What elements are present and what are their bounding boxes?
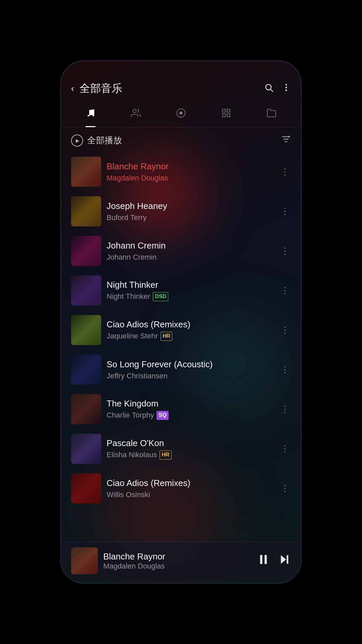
song-title: Blanche Raynor [107, 161, 274, 172]
song-artist: Willis Osinski [107, 490, 274, 499]
song-artist: Charlie Torphy SQ [107, 411, 274, 420]
song-artist: Magdalen Douglas [107, 174, 274, 182]
song-artwork [71, 473, 101, 503]
more-options-button[interactable]: ⋮ [279, 282, 291, 299]
song-title: So Long Forever (Acoustic) [107, 359, 274, 370]
svg-point-3 [286, 87, 287, 88]
song-title: The Kingdom [107, 398, 274, 409]
quality-badge: HR [161, 332, 172, 340]
song-artwork [71, 157, 101, 187]
now-playing-artist: Magdalen Douglas [103, 562, 251, 571]
svg-rect-9 [223, 109, 226, 112]
list-item[interactable]: Blanche Raynor Magdalen Douglas ⋮ [61, 152, 301, 192]
song-artist: Elisha Nikolaus HR [107, 450, 274, 459]
svg-rect-12 [227, 114, 230, 117]
more-options-button[interactable]: ⋮ [279, 203, 291, 220]
tab-artists[interactable] [124, 105, 147, 123]
song-info: So Long Forever (Acoustic) Jeffry Christ… [107, 359, 274, 380]
song-artwork [71, 275, 101, 306]
tab-songs[interactable] [79, 105, 102, 123]
more-options-button[interactable]: ⋮ [279, 480, 291, 497]
header: ‹ 全部音乐 [61, 78, 301, 103]
song-title: Ciao Adios (Remixes) [107, 478, 274, 488]
list-item[interactable]: Joseph Heaney Buford Terry ⋮ [61, 192, 301, 231]
now-playing-artwork [71, 547, 98, 574]
music-note-icon [85, 108, 96, 120]
song-artist: Jeffry Christiansen [107, 372, 274, 380]
song-artwork [71, 355, 101, 385]
status-bar [61, 61, 301, 78]
song-info: The Kingdom Charlie Torphy SQ [107, 398, 274, 420]
song-info: Blanche Raynor Magdalen Douglas [107, 161, 274, 182]
song-info: Ciao Adios (Remixes) Willis Osinski [107, 478, 274, 499]
svg-line-1 [270, 89, 273, 91]
now-playing-bar[interactable]: Blanche Raynor Magdalen Douglas [61, 542, 301, 580]
svg-rect-17 [264, 555, 267, 564]
back-button[interactable]: ‹ [71, 83, 74, 94]
svg-point-2 [286, 84, 287, 86]
list-item[interactable]: So Long Forever (Acoustic) Jeffry Christ… [61, 350, 301, 389]
svg-point-5 [133, 109, 136, 113]
song-info: Johann Cremin Johann Cremin [107, 240, 274, 262]
disc-icon [176, 108, 186, 120]
filter-icon[interactable] [281, 134, 291, 147]
song-artist: Buford Terry [107, 213, 274, 222]
svg-point-4 [286, 89, 287, 91]
more-options-button[interactable]: ⋮ [279, 440, 291, 458]
list-item[interactable]: Ciao Adios (Remixes) Jaqueline Stehr HR … [61, 310, 301, 350]
tab-albums[interactable] [169, 105, 193, 123]
song-artwork [71, 196, 101, 226]
quality-badge: DSD [153, 292, 168, 301]
page-title: 全部音乐 [79, 81, 122, 96]
playback-controls [257, 553, 291, 569]
list-item[interactable]: The Kingdom Charlie Torphy SQ ⋮ [61, 389, 301, 429]
play-all-label: 全部播放 [87, 135, 122, 146]
more-options-button[interactable]: ⋮ [279, 243, 291, 260]
svg-rect-16 [260, 555, 262, 564]
song-artist: Night Thinker DSD [107, 292, 274, 301]
more-options-icon[interactable] [282, 83, 291, 95]
song-title: Ciao Adios (Remixes) [107, 319, 274, 330]
pause-button[interactable] [257, 553, 270, 569]
grid-icon [221, 108, 231, 120]
svg-rect-10 [227, 109, 230, 112]
tab-bar [61, 103, 301, 127]
list-item[interactable]: Night Thinker Night Thinker DSD ⋮ [61, 271, 301, 310]
list-item[interactable]: Ciao Adios (Remixes) Willis Osinski ⋮ [61, 469, 301, 508]
tab-folders[interactable] [260, 105, 283, 123]
song-info: Joseph Heaney Buford Terry [107, 201, 274, 222]
song-info: Night Thinker Night Thinker DSD [107, 280, 274, 301]
song-artwork [71, 394, 101, 424]
song-list: Blanche Raynor Magdalen Douglas ⋮ Joseph… [61, 152, 301, 542]
song-info: Ciao Adios (Remixes) Jaqueline Stehr HR [107, 319, 274, 340]
song-title: Pascale O'Kon [107, 438, 274, 448]
svg-marker-18 [281, 555, 286, 564]
svg-rect-8 [180, 112, 182, 114]
next-button[interactable] [278, 553, 291, 569]
song-artist: Johann Cremin [107, 253, 274, 262]
more-options-button[interactable]: ⋮ [279, 361, 291, 378]
quality-badge: SQ [157, 411, 168, 420]
search-icon[interactable] [264, 83, 274, 95]
now-playing-title: Blanche Raynor [103, 551, 251, 562]
more-options-button[interactable]: ⋮ [279, 163, 291, 180]
person-icon [131, 108, 141, 120]
more-options-button[interactable]: ⋮ [279, 401, 291, 418]
svg-rect-11 [223, 114, 226, 117]
folder-icon [266, 108, 277, 120]
more-options-button[interactable]: ⋮ [279, 322, 291, 339]
now-playing-info: Blanche Raynor Magdalen Douglas [103, 551, 251, 571]
song-title: Joseph Heaney [107, 201, 274, 211]
song-title: Johann Cremin [107, 240, 274, 251]
list-item[interactable]: Johann Cremin Johann Cremin ⋮ [61, 231, 301, 271]
tab-playlists[interactable] [215, 105, 238, 123]
song-artwork [71, 434, 101, 464]
song-artwork [71, 315, 101, 345]
play-all-button[interactable] [71, 135, 83, 147]
song-info: Pascale O'Kon Elisha Nikolaus HR [107, 438, 274, 459]
song-title: Night Thinker [107, 280, 274, 290]
quality-badge: HR [160, 450, 171, 459]
play-all-bar: 全部播放 [61, 129, 301, 152]
list-item[interactable]: Pascale O'Kon Elisha Nikolaus HR ⋮ [61, 429, 301, 469]
song-artwork [71, 236, 101, 266]
